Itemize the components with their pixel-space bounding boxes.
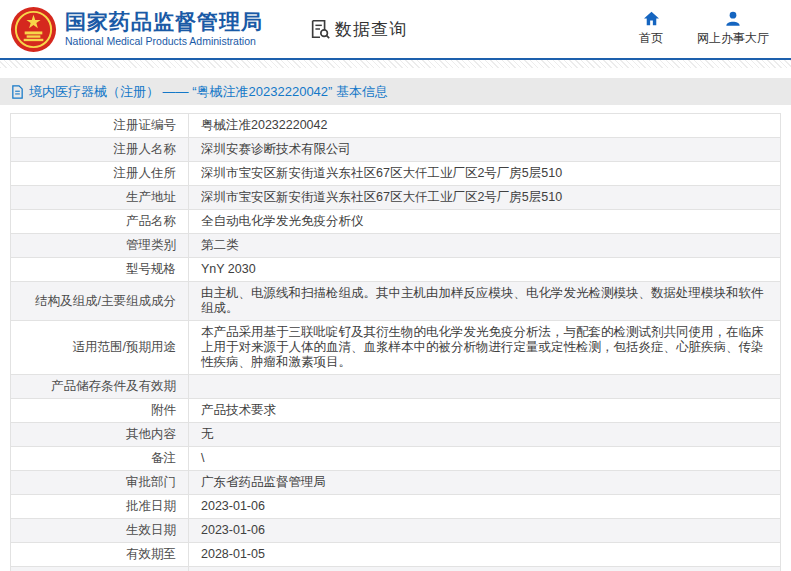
row-label: 生产地址 bbox=[11, 186, 189, 210]
brand-subtitle: National Medical Products Administration bbox=[65, 36, 263, 48]
row-value: \ bbox=[189, 447, 781, 471]
row-label: 结构及组成/主要组成成分 bbox=[11, 282, 189, 321]
row-label: 备注 bbox=[11, 447, 189, 471]
table-row: 有效期至 2028-01-05 bbox=[11, 543, 781, 567]
national-emblem-logo bbox=[10, 6, 57, 53]
table-row: 注册人住所 深圳市宝安区新安街道兴东社区67区大仟工业厂区2号厂房5层510 bbox=[11, 162, 781, 186]
nav-service-hall[interactable]: 网上办事大厅 bbox=[697, 11, 769, 47]
row-label: 审批部门 bbox=[11, 471, 189, 495]
table-row: 批准日期 2023-01-06 bbox=[11, 495, 781, 519]
table-row: 产品储存条件及有效期 bbox=[11, 375, 781, 399]
row-value bbox=[189, 567, 781, 571]
table-row: 结构及组成/主要组成成分 由主机、电源线和扫描枪组成。其中主机由加样反应模块、电… bbox=[11, 282, 781, 321]
row-label: 变更情况 bbox=[11, 567, 189, 571]
breadcrumb: 境内医疗器械（注册） —— “粤械注准20232220042” 基本信息 bbox=[0, 78, 791, 105]
row-value: 2023-01-06 bbox=[189, 495, 781, 519]
row-value: 产品技术要求 bbox=[189, 399, 781, 423]
nav-home-label: 首页 bbox=[639, 30, 663, 47]
row-value: YnY 2030 bbox=[189, 258, 781, 282]
row-label: 管理类别 bbox=[11, 234, 189, 258]
table-row: 变更情况 bbox=[11, 567, 781, 571]
row-value: 无 bbox=[189, 423, 781, 447]
home-icon bbox=[643, 11, 660, 26]
table-row: 附件 产品技术要求 bbox=[11, 399, 781, 423]
page-icon bbox=[11, 85, 24, 99]
data-query-label: 数据查询 bbox=[335, 18, 407, 41]
document-search-icon bbox=[309, 18, 331, 40]
hatch-divider bbox=[0, 60, 791, 68]
row-value: 全自动电化学发光免疫分析仪 bbox=[189, 210, 781, 234]
row-value bbox=[189, 375, 781, 399]
row-label: 产品名称 bbox=[11, 210, 189, 234]
top-nav: 首页 网上办事大厅 bbox=[639, 11, 777, 47]
row-label: 产品储存条件及有效期 bbox=[11, 375, 189, 399]
table-row: 管理类别 第二类 bbox=[11, 234, 781, 258]
table-row: 生产地址 深圳市宝安区新安街道兴东社区67区大仟工业厂区2号厂房5层510 bbox=[11, 186, 781, 210]
table-row: 适用范围/预期用途 本产品采用基于三联吡啶钌及其衍生物的电化学发光免疫分析法，与… bbox=[11, 321, 781, 375]
row-value: 2023-01-06 bbox=[189, 519, 781, 543]
brand-block: 国家药品监督管理局 National Medical Products Admi… bbox=[65, 10, 263, 48]
brand-title: 国家药品监督管理局 bbox=[65, 10, 263, 33]
data-query-section: 数据查询 bbox=[309, 18, 407, 41]
content-area: 注册证编号 粤械注准20232220042 注册人名称 深圳安赛诊断技术有限公司… bbox=[0, 105, 791, 571]
table-row: 型号规格 YnY 2030 bbox=[11, 258, 781, 282]
detail-table-body: 注册证编号 粤械注准20232220042 注册人名称 深圳安赛诊断技术有限公司… bbox=[11, 114, 781, 571]
row-value: 第二类 bbox=[189, 234, 781, 258]
row-value: 粤械注准20232220042 bbox=[189, 114, 781, 138]
row-label: 生效日期 bbox=[11, 519, 189, 543]
row-value: 本产品采用基于三联吡啶钌及其衍生物的电化学发光免疫分析法，与配套的检测试剂共同使… bbox=[189, 321, 781, 375]
page-header: 国家药品监督管理局 National Medical Products Admi… bbox=[0, 0, 791, 60]
table-row: 生效日期 2023-01-06 bbox=[11, 519, 781, 543]
row-label: 型号规格 bbox=[11, 258, 189, 282]
row-label: 适用范围/预期用途 bbox=[11, 321, 189, 375]
table-row: 注册证编号 粤械注准20232220042 bbox=[11, 114, 781, 138]
table-row: 注册人名称 深圳安赛诊断技术有限公司 bbox=[11, 138, 781, 162]
row-label: 附件 bbox=[11, 399, 189, 423]
row-value: 深圳市宝安区新安街道兴东社区67区大仟工业厂区2号厂房5层510 bbox=[189, 186, 781, 210]
table-row: 备注 \ bbox=[11, 447, 781, 471]
row-value: 2028-01-05 bbox=[189, 543, 781, 567]
table-row: 其他内容 无 bbox=[11, 423, 781, 447]
row-label: 注册证编号 bbox=[11, 114, 189, 138]
row-label: 其他内容 bbox=[11, 423, 189, 447]
row-value: 由主机、电源线和扫描枪组成。其中主机由加样反应模块、电化学发光检测模块、数据处理… bbox=[189, 282, 781, 321]
row-label: 注册人名称 bbox=[11, 138, 189, 162]
detail-table: 注册证编号 粤械注准20232220042 注册人名称 深圳安赛诊断技术有限公司… bbox=[10, 113, 781, 571]
nav-home[interactable]: 首页 bbox=[639, 11, 663, 47]
row-value: 广东省药品监督管理局 bbox=[189, 471, 781, 495]
row-label: 注册人住所 bbox=[11, 162, 189, 186]
breadcrumb-text: 境内医疗器械（注册） —— “粤械注准20232220042” 基本信息 bbox=[29, 83, 388, 101]
user-icon bbox=[725, 11, 741, 26]
table-row: 审批部门 广东省药品监督管理局 bbox=[11, 471, 781, 495]
row-value: 深圳市宝安区新安街道兴东社区67区大仟工业厂区2号厂房5层510 bbox=[189, 162, 781, 186]
row-value: 深圳安赛诊断技术有限公司 bbox=[189, 138, 781, 162]
row-label: 有效期至 bbox=[11, 543, 189, 567]
row-label: 批准日期 bbox=[11, 495, 189, 519]
nav-service-hall-label: 网上办事大厅 bbox=[697, 30, 769, 47]
table-row: 产品名称 全自动电化学发光免疫分析仪 bbox=[11, 210, 781, 234]
